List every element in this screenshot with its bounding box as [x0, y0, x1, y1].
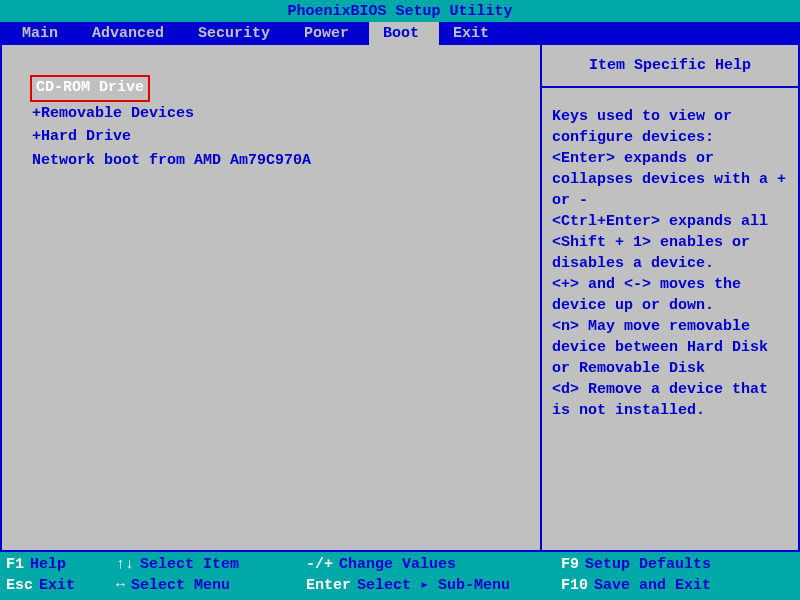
key-f10: F10	[561, 575, 588, 596]
boot-item-network[interactable]: Network boot from AMD Am79C970A	[32, 151, 311, 170]
help-body: Keys used to view or configure devices:<…	[542, 88, 798, 431]
help-title: Item Specific Help	[542, 45, 798, 88]
key-f9: F9	[561, 554, 579, 575]
key-plusminus: -/+	[306, 554, 333, 575]
footer-bar: F1Help ↑↓Select Item -/+Change Values F9…	[0, 552, 800, 600]
label-exit: Exit	[39, 575, 75, 596]
menu-main[interactable]: Main	[8, 22, 78, 45]
boot-item-harddrive[interactable]: +Hard Drive	[32, 127, 131, 146]
menu-security[interactable]: Security	[184, 22, 290, 45]
label-select-submenu: Select ▸ Sub-Menu	[357, 575, 510, 596]
boot-item-cdrom[interactable]: CD-ROM Drive	[30, 75, 150, 102]
main-area: CD-ROM Drive +Removable Devices +Hard Dr…	[0, 45, 800, 552]
bios-screen: PhoenixBIOS Setup Utility Main Advanced …	[0, 0, 800, 600]
menu-bar: Main Advanced Security Power Boot Exit	[0, 22, 800, 45]
label-select-menu: Select Menu	[131, 575, 230, 596]
key-esc: Esc	[6, 575, 33, 596]
title-bar: PhoenixBIOS Setup Utility	[0, 0, 800, 22]
footer-row-2: EscExit ↔Select Menu EnterSelect ▸ Sub-M…	[6, 575, 794, 596]
label-change-values: Change Values	[339, 554, 456, 575]
label-select-item: Select Item	[140, 554, 239, 575]
menu-exit[interactable]: Exit	[439, 22, 509, 45]
menu-advanced[interactable]: Advanced	[78, 22, 184, 45]
label-save-exit: Save and Exit	[594, 575, 711, 596]
key-leftright: ↔	[116, 575, 125, 596]
footer-row-1: F1Help ↑↓Select Item -/+Change Values F9…	[6, 554, 794, 575]
app-title: PhoenixBIOS Setup Utility	[287, 3, 512, 20]
boot-item-removable[interactable]: +Removable Devices	[32, 104, 194, 123]
key-enter: Enter	[306, 575, 351, 596]
help-panel: Item Specific Help Keys used to view or …	[542, 45, 798, 550]
key-f1: F1	[6, 554, 24, 575]
label-setup-defaults: Setup Defaults	[585, 554, 711, 575]
label-help: Help	[30, 554, 66, 575]
key-updown: ↑↓	[116, 554, 134, 575]
boot-order-panel: CD-ROM Drive +Removable Devices +Hard Dr…	[2, 45, 542, 550]
menu-power[interactable]: Power	[290, 22, 369, 45]
menu-boot[interactable]: Boot	[369, 22, 439, 45]
